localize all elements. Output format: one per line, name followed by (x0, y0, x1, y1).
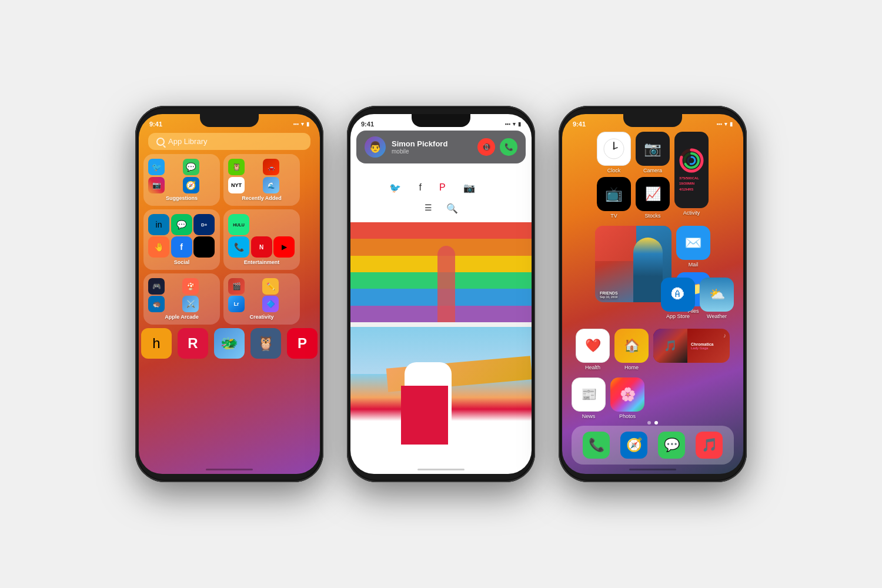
page-dot-1 (647, 421, 651, 425)
app-tiktok[interactable]: ♪ (193, 236, 215, 258)
status-time-2: 9:41 (361, 121, 374, 128)
app-videocam[interactable]: 🎬 (228, 278, 245, 295)
app-home[interactable]: 🏠 Home (614, 329, 649, 370)
photos-widget-label: FRIENDS Sep 10, 2019 (600, 291, 618, 299)
phone-1-screen: 9:41 ▪▪▪ ▾ ▮ App Library 🐦 💬 📷 (139, 114, 320, 474)
app-owl[interactable]: 🦉 (250, 328, 281, 359)
search-toolbar-icon[interactable]: 🔍 (446, 203, 458, 214)
phone-2: 9:41 ▪▪▪ ▾ ▮ 👨 Simon Pickford mobile 📵 (347, 106, 535, 482)
menu-icon[interactable]: ☰ (425, 203, 432, 214)
app-tv[interactable]: 📺 TV (597, 177, 631, 219)
pinterest-nav-icon[interactable]: P (439, 182, 446, 193)
app-netflix[interactable]: N (251, 236, 272, 258)
browser-image-2 (350, 327, 532, 445)
wifi-icon: ▾ (301, 121, 304, 127)
app-skype[interactable]: 📞 (228, 236, 249, 258)
signal-icon-3: ▪▪▪ (716, 121, 722, 127)
activity-widget[interactable]: 375/500CAL 19/30MIN 4/12HRS (674, 132, 709, 208)
phone-2-screen: 9:41 ▪▪▪ ▾ ▮ 👨 Simon Pickford mobile 📵 (350, 114, 532, 474)
app-vectornator[interactable]: 🔷 (262, 296, 279, 312)
bottom-indicator-1 (206, 469, 253, 470)
app-lightroom[interactable]: Lr (228, 296, 245, 312)
app-linkedin[interactable]: in (148, 214, 169, 235)
folder-entertainment[interactable]: HULU 📞 N ▶ Entertainment (223, 209, 300, 270)
accept-button[interactable]: 📞 (500, 138, 517, 156)
music-widget[interactable]: 🎵 Chromatica Lady Gaga ♪ (653, 329, 730, 363)
notch-2 (412, 114, 470, 127)
battery-icon-3: ▮ (730, 121, 733, 127)
app-calm[interactable]: 🌊 (263, 177, 279, 193)
app-kudoboard[interactable]: 🤚 (148, 236, 169, 258)
folder-recently-added[interactable]: 🦉 🚗 NYT 🌊 Recently Added (223, 154, 300, 206)
notch-1 (200, 114, 259, 127)
app-photos[interactable]: 🌸 Photos (610, 377, 644, 419)
app-library-search[interactable]: App Library (148, 133, 310, 150)
facebook-nav-icon[interactable]: f (419, 182, 421, 193)
folder-suggestions[interactable]: 🐦 💬 📷 🧭 Suggestions (143, 154, 220, 206)
app-mail[interactable]: ✉️ Mail (676, 226, 710, 268)
app-news[interactable]: 📰 News (572, 377, 606, 419)
page-dot-2 (654, 421, 658, 425)
app-nytimes[interactable]: NYT (228, 177, 245, 193)
app-youtube[interactable]: ▶ (273, 236, 295, 258)
app-raindrop[interactable]: R (178, 328, 208, 359)
app-wechat[interactable]: 💬 (171, 214, 192, 235)
dock-music[interactable]: 🎵 (696, 432, 723, 459)
dock-phone[interactable]: 📞 (583, 432, 610, 459)
music-title: Chromatica (691, 342, 726, 346)
app-facebook[interactable]: f (171, 236, 192, 258)
caller-name: Simon Pickford (392, 139, 472, 148)
app-messages[interactable]: 💬 (183, 159, 199, 175)
app-pinterest-bottom[interactable]: P (287, 328, 318, 359)
instagram-nav-icon[interactable]: 📷 (463, 182, 475, 193)
decline-button[interactable]: 📵 (477, 138, 495, 156)
app-duolingo[interactable]: 🦉 (228, 159, 245, 175)
phone-1: 9:41 ▪▪▪ ▾ ▮ App Library 🐦 💬 📷 (135, 106, 323, 482)
app-stocks[interactable]: 📈 Stocks (636, 177, 670, 219)
app-game2[interactable]: 🍄 (182, 278, 199, 295)
decline-icon: 📵 (482, 143, 491, 151)
app-hopper[interactable]: h (141, 328, 172, 359)
folder-social[interactable]: in 💬 D+ 🤚 f ♪ Social (143, 209, 220, 270)
app-doordash[interactable]: 🚗 (263, 159, 279, 175)
phone-3-screen: 9:41 ▪▪▪ ▾ ▮ (562, 114, 743, 474)
app-safari[interactable]: 🧭 (183, 177, 199, 193)
photos-widget[interactable]: FRIENDS Sep 10, 2019 (595, 226, 671, 302)
phone-3: 9:41 ▪▪▪ ▾ ▮ (559, 106, 747, 482)
app-game3[interactable]: 🦔 (148, 296, 165, 312)
clock-label: Clock (607, 168, 621, 173)
folder-apple-arcade[interactable]: 🎮 🍄 🦔 ⚔️ Apple Arcade (143, 273, 220, 325)
caller-sub: mobile (392, 148, 472, 155)
dock-messages[interactable]: 💬 (658, 432, 685, 459)
browser-divider (350, 322, 532, 327)
app-twitter[interactable]: 🐦 (148, 159, 165, 175)
app-disney[interactable]: D+ (193, 214, 215, 235)
status-icons-2: ▪▪▪ ▾ ▮ (505, 121, 521, 127)
app-weather[interactable]: ⛅ Weather (700, 278, 734, 319)
signal-icon: ▪▪▪ (293, 121, 299, 127)
call-info: Simon Pickford mobile (392, 139, 472, 155)
app-hulu[interactable]: HULU (228, 214, 249, 235)
call-banner: 👨 Simon Pickford mobile 📵 📞 (356, 131, 526, 163)
weather-label: Weather (707, 313, 727, 319)
folder-creativity[interactable]: 🎬 ✏️ Lr 🔷 Creativity (223, 273, 300, 325)
suggestions-label: Suggestions (148, 195, 215, 201)
app-game1[interactable]: 🎮 (148, 278, 165, 295)
app-clash[interactable]: 🐲 (214, 328, 245, 359)
stocks-label: Stocks (644, 213, 660, 219)
app-appstore[interactable]: 🅐 App Store (661, 278, 695, 319)
app-sketch[interactable]: ✏️ (262, 278, 279, 295)
app-game4[interactable]: ⚔️ (182, 296, 199, 312)
news-label: News (582, 413, 596, 419)
status-icons-1: ▪▪▪ ▾ ▮ (293, 121, 309, 127)
bottom-indicator-3 (629, 469, 676, 470)
dock-safari[interactable]: 🧭 (620, 432, 647, 459)
home-dock: 📞 🧭 💬 🎵 (572, 426, 734, 465)
twitter-nav-icon[interactable]: 🐦 (389, 182, 401, 193)
app-instagram[interactable]: 📷 (148, 177, 165, 193)
app-empty2 (273, 214, 295, 235)
clock-svg (603, 138, 624, 159)
call-buttons: 📵 📞 (477, 138, 517, 156)
app-health[interactable]: ❤️ Health (576, 329, 610, 370)
home-label: Home (624, 365, 639, 370)
